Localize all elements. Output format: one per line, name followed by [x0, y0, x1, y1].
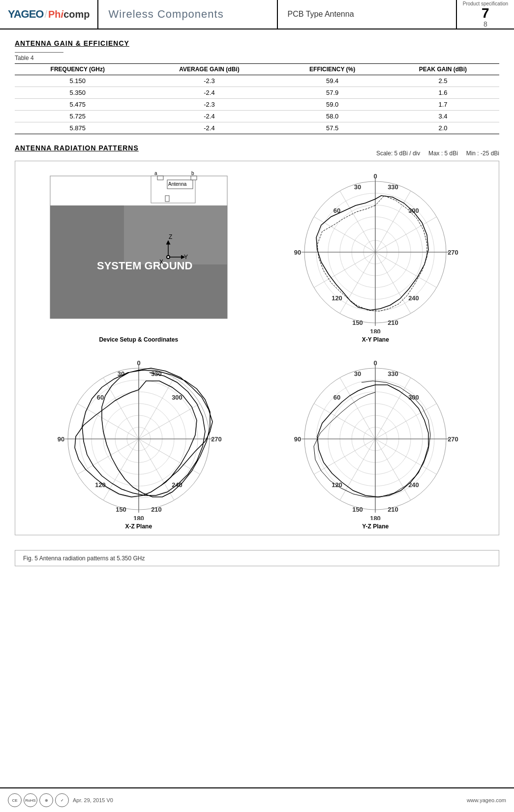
figure-caption-box: Fig. 5 Antenna radiation patterns at 5.3… [15, 550, 499, 566]
svg-text:90: 90 [58, 435, 64, 443]
table-cell-1-2: 57.9 [278, 87, 387, 99]
table-cell-2-3: 1.7 [387, 99, 499, 111]
svg-rect-20 [165, 196, 169, 202]
xy-plane-item: 0 30 60 90 120 150 180 210 240 270 300 3… [282, 166, 469, 343]
svg-text:120: 120 [332, 294, 342, 302]
footer-url: www.yageo.com [467, 797, 506, 803]
table-cell-4-3: 2.0 [387, 122, 499, 134]
pcb-type-area: PCB Type Antenna [278, 0, 457, 29]
svg-text:150: 150 [352, 506, 363, 513]
pcb-type-text: PCB Type Antenna [288, 10, 354, 19]
svg-text:330: 330 [388, 370, 398, 377]
svg-text:a: a [154, 171, 157, 176]
table-cell-0-3: 2.5 [387, 75, 499, 87]
svg-text:X: X [159, 259, 163, 265]
pattern-box: SYSTEM GROUND Y Z X An [15, 161, 499, 535]
cert-icon-3: ⊕ [39, 793, 53, 807]
xy-plane-label: X-Y Plane [362, 336, 389, 343]
col-efficiency: EFFICIENCY (%) [278, 64, 387, 75]
max-text: Max : 5 dBi [428, 150, 458, 157]
top-pattern-row: SYSTEM GROUND Y Z X An [20, 166, 494, 343]
table-cell-3-0: 5.725 [15, 111, 141, 122]
svg-text:Antenna: Antenna [168, 181, 187, 187]
svg-text:30: 30 [354, 183, 361, 191]
table-cell-2-0: 5.475 [15, 99, 141, 111]
table-row: 5.150-2.359.42.5 [15, 75, 499, 87]
table-cell-0-0: 5.150 [15, 75, 141, 87]
footer-date: Apr. 29, 2015 V0 [73, 797, 113, 803]
wireless-components-text: Wireless Components [108, 8, 223, 21]
page-number-display: 7 [482, 6, 489, 20]
table-cell-4-0: 5.875 [15, 122, 141, 134]
svg-text:180: 180 [370, 328, 381, 333]
page-header: YAGEO / Phicomp Wireless Components PCB … [0, 0, 514, 29]
page-footer: CE RoHS ⊕ ✓ Apr. 29, 2015 V0 www.yageo.c… [0, 787, 514, 812]
table-cell-2-1: -2.3 [141, 99, 278, 111]
svg-text:150: 150 [116, 506, 126, 513]
svg-text:30: 30 [354, 370, 361, 377]
svg-text:210: 210 [151, 506, 162, 513]
table-label: Table 4 [15, 52, 63, 61]
radiation-title: ANTENNA RADIATION PATTERNS [15, 144, 139, 152]
logo-divider: / [44, 9, 47, 20]
figure-caption: Fig. 5 Antenna radiation patterns at 5.3… [23, 555, 145, 562]
cert-icon-1: CE [8, 793, 22, 807]
table-cell-3-3: 3.4 [387, 111, 499, 122]
svg-text:330: 330 [388, 183, 398, 191]
svg-text:180: 180 [133, 515, 144, 520]
device-diagram-item: SYSTEM GROUND Y Z X An [45, 166, 232, 343]
svg-text:90: 90 [294, 249, 301, 256]
svg-point-11 [167, 256, 169, 258]
yageo-logo: YAGEO [8, 8, 43, 21]
xz-plane-label: X-Z Plane [125, 523, 152, 530]
yz-plane-label: Y-Z Plane [362, 523, 389, 530]
svg-text:SYSTEM GROUND: SYSTEM GROUND [97, 260, 192, 272]
table-cell-1-3: 1.6 [387, 87, 499, 99]
svg-text:270: 270 [211, 435, 222, 443]
svg-text:0: 0 [374, 359, 377, 367]
bottom-pattern-row: 0 30 60 90 120 150 180 210 240 270 300 3… [20, 353, 494, 530]
svg-text:30: 30 [118, 370, 124, 377]
antenna-gain-title: ANTENNA GAIN & EFFICIENCY [15, 39, 499, 47]
scale-text: Scale: 5 dBi / div [376, 150, 420, 157]
patterns-header: ANTENNA RADIATION PATTERNS Scale: 5 dBi … [15, 144, 499, 157]
device-setup-label: Device Setup & Coordinates [99, 336, 178, 343]
svg-text:270: 270 [448, 249, 458, 256]
logo-area: YAGEO / Phicomp [0, 0, 98, 29]
col-peak-gain: PEAK GAIN (dBi) [387, 64, 499, 75]
svg-text:60: 60 [333, 394, 340, 401]
page-total: 8 [484, 20, 487, 28]
yz-plane-item: 0 30 60 90 120 150 180 210 240 270 300 3… [282, 353, 469, 530]
min-text: Min : -25 dBi [466, 150, 499, 157]
svg-rect-19 [191, 176, 197, 180]
svg-text:90: 90 [294, 435, 301, 443]
yz-polar-chart: 0 30 60 90 120 150 180 210 240 270 300 3… [282, 353, 469, 520]
xz-plane-item: 0 30 60 90 120 150 180 210 240 270 300 3… [45, 353, 232, 530]
col-frequency: FREQUENCY (GHz) [15, 64, 141, 75]
xz-polar-chart: 0 30 60 90 120 150 180 210 240 270 300 3… [45, 353, 232, 520]
table-cell-3-1: -2.4 [141, 111, 278, 122]
table-row: 5.875-2.457.52.0 [15, 122, 499, 134]
svg-text:b: b [191, 171, 194, 176]
svg-text:0: 0 [137, 359, 140, 367]
table-cell-0-2: 59.4 [278, 75, 387, 87]
table-cell-4-1: -2.4 [141, 122, 278, 134]
table-cell-1-0: 5.350 [15, 87, 141, 99]
svg-text:150: 150 [352, 319, 363, 326]
svg-text:240: 240 [408, 481, 419, 489]
svg-text:300: 300 [172, 394, 182, 401]
radiation-patterns-section: ANTENNA RADIATION PATTERNS Scale: 5 dBi … [15, 144, 499, 566]
table-cell-1-1: -2.4 [141, 87, 278, 99]
gain-table: FREQUENCY (GHz) AVERAGE GAIN (dBi) EFFIC… [15, 63, 499, 134]
xy-polar-chart: 0 30 60 90 120 150 180 210 240 270 300 3… [282, 166, 469, 333]
table-row: 5.475-2.359.01.7 [15, 99, 499, 111]
svg-text:60: 60 [97, 394, 104, 401]
table-cell-0-1: -2.3 [141, 75, 278, 87]
svg-text:Y: Y [184, 254, 188, 261]
svg-text:240: 240 [408, 294, 419, 302]
col-avg-gain: AVERAGE GAIN (dBi) [141, 64, 278, 75]
phicomp-logo: Phicomp [48, 9, 90, 20]
cert-icon-4: ✓ [55, 793, 69, 807]
svg-text:180: 180 [370, 515, 381, 520]
certification-icons: CE RoHS ⊕ ✓ [8, 793, 69, 807]
